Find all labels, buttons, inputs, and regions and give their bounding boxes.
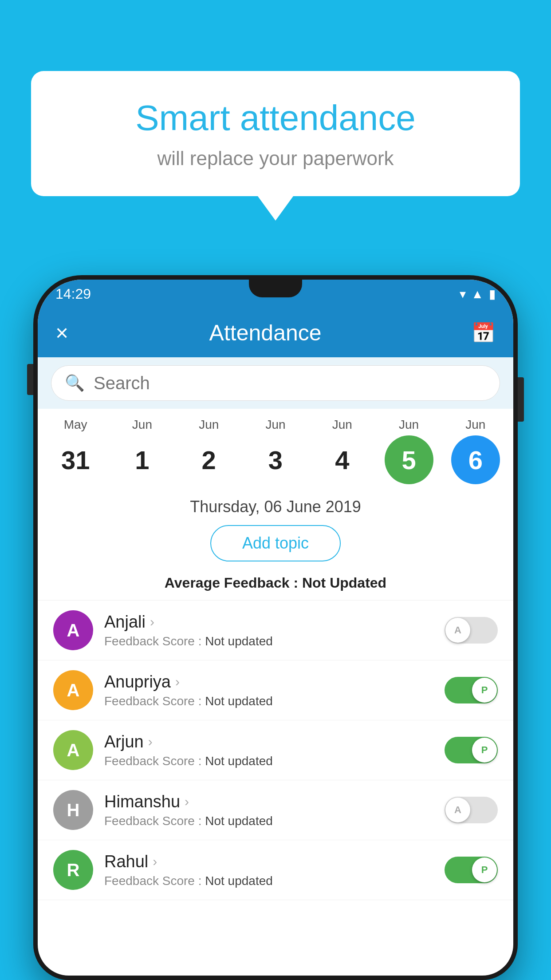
attendance-toggle[interactable]: P (445, 857, 498, 883)
student-item[interactable]: AAnupriya ›Feedback Score : Not updatedP (38, 660, 513, 720)
toggle-knob: P (472, 678, 497, 703)
date-item[interactable]: May31 (47, 418, 104, 484)
avg-feedback-value: Not Updated (302, 575, 386, 591)
date-item[interactable]: Jun2 (180, 418, 238, 484)
date-item[interactable]: Jun6 (447, 418, 504, 484)
status-icons: ▾ ▲ ▮ (460, 287, 496, 301)
date-item[interactable]: Jun1 (113, 418, 171, 484)
date-month: Jun (332, 418, 352, 432)
add-topic-button[interactable]: Add topic (210, 525, 341, 561)
phone-frame: 14:29 ▾ ▲ ▮ × Attendance 📅 🔍 May31Jun1Ju… (33, 275, 518, 980)
search-icon: 🔍 (65, 374, 85, 392)
chevron-right-icon: › (150, 614, 154, 629)
student-item[interactable]: HHimanshu ›Feedback Score : Not updatedA (38, 780, 513, 840)
date-month: Jun (265, 418, 285, 432)
attendance-toggle-container: P (445, 677, 498, 703)
student-feedback: Feedback Score : Not updated (104, 694, 433, 708)
attendance-toggle-container: A (445, 617, 498, 644)
attendance-toggle[interactable]: A (445, 617, 498, 644)
student-item[interactable]: AAnjali ›Feedback Score : Not updatedA (38, 601, 513, 660)
student-item[interactable]: RRahul ›Feedback Score : Not updatedP (38, 840, 513, 900)
date-number[interactable]: 4 (318, 435, 366, 484)
date-number[interactable]: 2 (185, 435, 233, 484)
power-button (518, 377, 524, 422)
speech-bubble: Smart attendance will replace your paper… (31, 71, 520, 196)
student-name: Arjun › (104, 732, 433, 751)
chevron-right-icon: › (148, 734, 153, 749)
attendance-toggle[interactable]: P (445, 737, 498, 763)
phone-screen: 14:29 ▾ ▲ ▮ × Attendance 📅 🔍 May31Jun1Ju… (38, 280, 513, 976)
date-item[interactable]: Jun4 (313, 418, 371, 484)
chevron-right-icon: › (185, 794, 189, 809)
attendance-toggle[interactable]: P (445, 677, 498, 703)
student-avatar: R (53, 850, 93, 890)
student-avatar: H (53, 790, 93, 830)
date-month: May (64, 418, 87, 432)
student-feedback: Feedback Score : Not updated (104, 634, 433, 648)
calendar-icon[interactable]: 📅 (471, 321, 496, 344)
student-name: Himanshu › (104, 792, 433, 811)
status-time: 14:29 (55, 286, 91, 302)
attendance-toggle-container: P (445, 857, 498, 883)
chevron-right-icon: › (175, 674, 180, 689)
student-info: Himanshu ›Feedback Score : Not updated (104, 792, 433, 828)
date-month: Jun (465, 418, 485, 432)
student-name: Rahul › (104, 852, 433, 871)
search-input[interactable] (94, 373, 486, 393)
notch (249, 280, 302, 297)
date-number[interactable]: 3 (251, 435, 300, 484)
date-number[interactable]: 31 (51, 435, 100, 484)
close-button[interactable]: × (55, 322, 68, 344)
app-title: Attendance (82, 320, 449, 346)
signal-icon: ▲ (471, 287, 484, 301)
date-month: Jun (399, 418, 419, 432)
chevron-right-icon: › (153, 854, 157, 869)
attendance-toggle[interactable]: A (445, 797, 498, 823)
date-month: Jun (199, 418, 219, 432)
battery-icon: ▮ (489, 287, 496, 301)
date-item[interactable]: Jun3 (247, 418, 304, 484)
speech-bubble-tail (258, 196, 293, 221)
date-label: Thursday, 06 June 2019 (38, 489, 513, 521)
date-item[interactable]: Jun5 (380, 418, 438, 484)
app-bar: × Attendance 📅 (38, 308, 513, 357)
toggle-knob: P (472, 858, 497, 882)
student-feedback: Feedback Score : Not updated (104, 874, 433, 888)
student-avatar: A (53, 670, 93, 710)
date-number[interactable]: 5 (385, 435, 433, 484)
student-info: Anupriya ›Feedback Score : Not updated (104, 672, 433, 708)
student-feedback: Feedback Score : Not updated (104, 754, 433, 768)
speech-bubble-subtitle: will replace your paperwork (67, 147, 484, 170)
student-item[interactable]: AArjun ›Feedback Score : Not updatedP (38, 720, 513, 780)
student-info: Rahul ›Feedback Score : Not updated (104, 852, 433, 888)
search-bar-container: 🔍 (38, 357, 513, 409)
date-number[interactable]: 1 (118, 435, 166, 484)
search-bar[interactable]: 🔍 (51, 365, 500, 401)
student-avatar: A (53, 610, 93, 650)
speech-bubble-container: Smart attendance will replace your paper… (31, 71, 520, 221)
date-scroller[interactable]: May31Jun1Jun2Jun3Jun4Jun5Jun6 (38, 409, 513, 489)
avg-feedback-label: Average Feedback : (165, 575, 302, 591)
add-topic-container: Add topic (38, 521, 513, 570)
student-name: Anjali › (104, 612, 433, 632)
date-number[interactable]: 6 (451, 435, 500, 484)
volume-button (27, 364, 33, 395)
toggle-knob: A (445, 798, 470, 822)
attendance-toggle-container: A (445, 797, 498, 823)
attendance-toggle-container: P (445, 737, 498, 763)
student-name: Anupriya › (104, 672, 433, 692)
student-list: AAnjali ›Feedback Score : Not updatedAAA… (38, 601, 513, 900)
toggle-knob: A (445, 618, 470, 643)
student-feedback: Feedback Score : Not updated (104, 814, 433, 828)
student-info: Anjali ›Feedback Score : Not updated (104, 612, 433, 648)
date-month: Jun (132, 418, 152, 432)
avg-feedback: Average Feedback : Not Updated (38, 570, 513, 601)
speech-bubble-title: Smart attendance (67, 98, 484, 138)
toggle-knob: P (472, 738, 497, 763)
wifi-icon: ▾ (460, 287, 466, 301)
student-avatar: A (53, 730, 93, 770)
student-info: Arjun ›Feedback Score : Not updated (104, 732, 433, 768)
